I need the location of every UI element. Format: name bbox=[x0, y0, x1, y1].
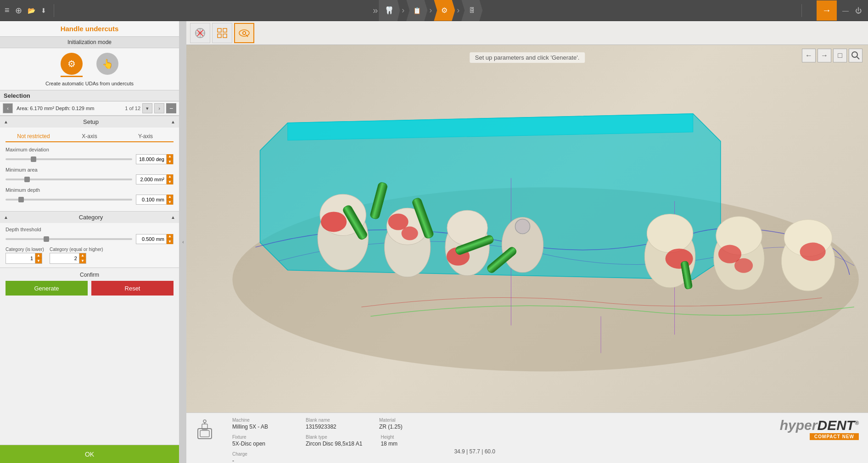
depth-threshold-down[interactable]: ▼ bbox=[167, 239, 173, 244]
min-depth-up[interactable]: ▲ bbox=[167, 195, 173, 200]
max-deviation-thumb[interactable] bbox=[31, 156, 36, 162]
step4-icon: 🗄 bbox=[469, 7, 475, 14]
svg-point-19 bbox=[784, 219, 832, 256]
svg-point-11 bbox=[243, 32, 245, 34]
viewport[interactable]: Set up parameters and click 'Generate'. … bbox=[186, 45, 868, 413]
min-area-down[interactable]: ▼ bbox=[167, 179, 173, 184]
generate-button[interactable]: Generate bbox=[6, 281, 88, 296]
category-lower-down[interactable]: ▼ bbox=[35, 258, 42, 263]
red-spot-8 bbox=[800, 243, 826, 261]
red-outline bbox=[361, 298, 822, 307]
left-panel: Handle undercuts Initialization mode ⚙ 👆… bbox=[0, 21, 180, 463]
min-depth-track[interactable] bbox=[6, 199, 132, 201]
viewport-nav: ← → □ bbox=[802, 49, 862, 62]
close-button[interactable]: ⏻ bbox=[853, 6, 863, 15]
tooth-4 bbox=[502, 217, 543, 272]
viewport-search-button[interactable] bbox=[849, 49, 862, 62]
reset-button[interactable]: Reset bbox=[91, 281, 174, 296]
manual-icon: 👆 bbox=[96, 53, 118, 75]
category-lower-input-box: ▲ ▼ bbox=[6, 253, 42, 264]
max-deviation-row: 18.000 deg ▲ ▼ bbox=[6, 154, 174, 164]
max-deviation-up[interactable]: ▲ bbox=[167, 154, 173, 159]
svg-rect-25 bbox=[681, 261, 693, 289]
category-higher-input-box: ▲ ▼ bbox=[50, 253, 86, 264]
min-depth-thumb[interactable] bbox=[18, 197, 24, 202]
green-cylinder-6 bbox=[681, 261, 693, 289]
coords-area: 34.9 | 57.7 | 60.0 bbox=[454, 448, 495, 458]
info-bar: Machine Milling 5X - AB Blank name 13159… bbox=[186, 413, 868, 463]
tool-view-button[interactable] bbox=[234, 23, 254, 43]
category-lower-input[interactable] bbox=[6, 256, 35, 261]
implant-ball bbox=[515, 219, 530, 234]
max-deviation-down[interactable]: ▼ bbox=[167, 159, 173, 164]
viewport-bg: Set up parameters and click 'Generate'. … bbox=[186, 45, 868, 413]
min-area-label: Minimum area bbox=[6, 167, 174, 173]
minimize-button[interactable]: — bbox=[840, 6, 851, 15]
svg-rect-20 bbox=[342, 204, 369, 241]
red-spot-1 bbox=[321, 212, 347, 232]
green-cylinder-4 bbox=[455, 234, 494, 256]
category-pair: Category (is lower) ▲ ▼ Category (equal … bbox=[6, 247, 174, 264]
init-manual-button[interactable]: 👆 bbox=[96, 53, 118, 77]
nav-next-button[interactable]: › bbox=[154, 103, 164, 113]
min-depth-down[interactable]: ▼ bbox=[167, 200, 173, 205]
min-area-up[interactable]: ▲ bbox=[167, 174, 173, 179]
fixture-label: Fixture bbox=[232, 435, 287, 440]
setup-header[interactable]: ▲ Setup ▲ bbox=[0, 116, 179, 128]
depth-threshold-up[interactable]: ▲ bbox=[167, 234, 173, 239]
max-deviation-track[interactable] bbox=[6, 158, 132, 160]
tab-not-restricted[interactable]: Not restricted bbox=[6, 131, 62, 142]
nav-dropdown-button[interactable]: ▾ bbox=[142, 103, 152, 113]
material-field: Material ZR (1.25) bbox=[379, 418, 434, 430]
svg-line-13 bbox=[857, 57, 859, 59]
hyperdent-logo: hyperDENT® COMPACT NEW bbox=[780, 418, 859, 440]
panel-toggle[interactable]: ‹ bbox=[180, 21, 186, 463]
menu-icon[interactable]: ≡ bbox=[5, 6, 10, 15]
logo-text: hyperDENT® bbox=[780, 418, 859, 433]
open-file-icon[interactable]: 📂 bbox=[28, 7, 35, 14]
workflow-step-2[interactable]: 📋 bbox=[406, 0, 427, 21]
depth-threshold-track[interactable] bbox=[6, 238, 132, 240]
machine-icon bbox=[196, 419, 214, 445]
workflow-step-1[interactable]: 🦷 bbox=[379, 0, 400, 21]
auto-underline bbox=[61, 76, 83, 77]
init-auto-button[interactable]: ⚙ bbox=[61, 53, 83, 77]
min-depth-value-box: 0.100 mm ▲ ▼ bbox=[136, 195, 174, 205]
category-lower-up[interactable]: ▲ bbox=[35, 253, 42, 258]
tool-mesh-button[interactable] bbox=[212, 23, 232, 43]
viewport-back-button[interactable]: ← bbox=[802, 49, 816, 62]
category-higher-up[interactable]: ▲ bbox=[79, 253, 86, 258]
separator bbox=[54, 4, 54, 17]
svg-rect-24 bbox=[486, 245, 518, 274]
depth-threshold-label: Depth threshold bbox=[6, 227, 174, 232]
ok-button[interactable]: OK bbox=[0, 445, 179, 463]
category-higher-down[interactable]: ▼ bbox=[79, 258, 86, 263]
min-area-thumb[interactable] bbox=[24, 177, 30, 182]
workflow-step-3[interactable]: ⚙ bbox=[434, 0, 455, 21]
tooth-3 bbox=[445, 218, 489, 275]
tab-y-axis[interactable]: Y-axis bbox=[118, 131, 174, 142]
tab-x-axis[interactable]: X-axis bbox=[62, 131, 118, 142]
category-higher-input[interactable] bbox=[50, 256, 79, 261]
category-header[interactable]: ▲ Category ▲ bbox=[0, 211, 179, 223]
depth-threshold-thumb[interactable] bbox=[44, 236, 49, 242]
tooth-1 bbox=[318, 206, 368, 270]
tool-cut-button[interactable] bbox=[190, 23, 210, 43]
nav-minus-button[interactable]: − bbox=[166, 103, 176, 113]
step1-icon: 🦷 bbox=[385, 6, 394, 15]
new-file-icon[interactable]: ⊕ bbox=[15, 6, 22, 16]
save-icon[interactable]: ⬇ bbox=[41, 7, 46, 14]
green-cylinder-5 bbox=[486, 245, 518, 274]
min-area-track[interactable] bbox=[6, 179, 132, 180]
selection-nav: ‹ Area: 6.170 mm² Depth: 0.129 mm 1 of 1… bbox=[0, 101, 179, 116]
svg-point-16 bbox=[447, 210, 487, 245]
workflow-step-4[interactable]: 🗄 bbox=[461, 0, 482, 21]
panel-toggle-icon: ‹ bbox=[182, 240, 184, 245]
svg-point-14 bbox=[320, 194, 366, 235]
collapse-arrow[interactable]: » bbox=[373, 5, 378, 16]
viewport-frame-button[interactable]: □ bbox=[833, 49, 847, 62]
setup-collapse-icon: ▲ bbox=[4, 119, 8, 124]
nav-prev-button[interactable]: ‹ bbox=[3, 103, 13, 113]
forward-button[interactable]: → bbox=[817, 0, 837, 21]
viewport-forward-button[interactable]: → bbox=[818, 49, 831, 62]
